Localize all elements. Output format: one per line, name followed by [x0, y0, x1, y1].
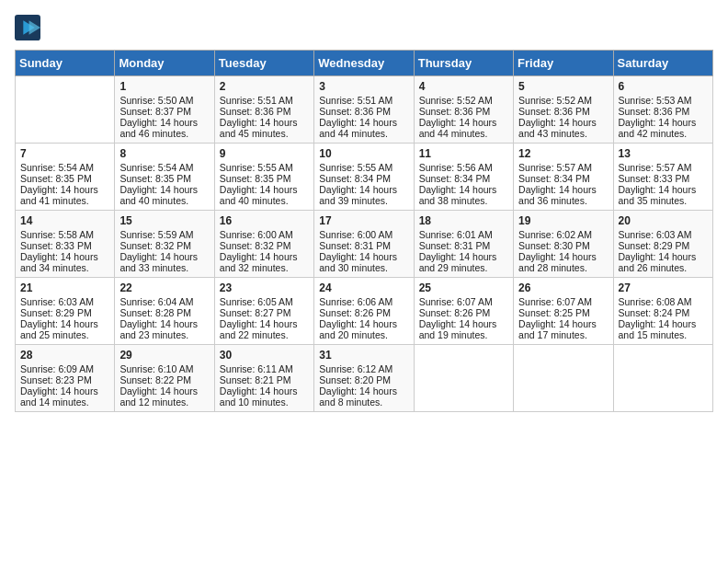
day-info: Daylight: 14 hours — [20, 184, 109, 195]
day-info: Sunset: 8:31 PM — [319, 240, 408, 251]
calendar-body: 1Sunrise: 5:50 AMSunset: 8:37 PMDaylight… — [16, 76, 713, 412]
day-info: Daylight: 14 hours — [419, 184, 508, 195]
calendar-cell — [514, 345, 613, 412]
day-info: Sunrise: 5:54 AM — [20, 162, 109, 173]
day-info: Daylight: 14 hours — [220, 184, 309, 195]
day-info: Sunrise: 5:54 AM — [119, 162, 209, 173]
day-info: and 38 minutes. — [419, 195, 508, 206]
day-number: 28 — [20, 349, 109, 362]
day-info: Sunset: 8:30 PM — [518, 240, 608, 251]
day-info: and 23 minutes. — [119, 329, 209, 340]
day-number: 26 — [518, 282, 608, 294]
day-info: and 12 minutes. — [119, 396, 209, 408]
day-info: Sunset: 8:36 PM — [319, 106, 408, 117]
header-day-sunday: Sunday — [16, 51, 115, 76]
calendar-cell: 26Sunrise: 6:07 AMSunset: 8:25 PMDayligh… — [514, 278, 613, 345]
day-info: and 15 minutes. — [619, 329, 708, 340]
calendar-cell: 18Sunrise: 6:01 AMSunset: 8:31 PMDayligh… — [414, 211, 513, 278]
day-info: Daylight: 14 hours — [319, 385, 408, 396]
day-info: Sunset: 8:35 PM — [119, 173, 209, 184]
day-info: Sunset: 8:36 PM — [220, 106, 309, 117]
day-info: Sunset: 8:27 PM — [220, 307, 309, 318]
day-info: Sunrise: 5:58 AM — [20, 229, 109, 240]
calendar-table: SundayMondayTuesdayWednesdayThursdayFrid… — [15, 50, 713, 412]
calendar-cell — [414, 345, 513, 412]
header-day-monday: Monday — [115, 51, 214, 76]
header-day-wednesday: Wednesday — [314, 51, 414, 76]
day-info: Sunrise: 6:04 AM — [119, 296, 209, 307]
day-number: 11 — [419, 147, 508, 160]
day-info: Sunrise: 6:11 AM — [220, 363, 309, 374]
header-day-thursday: Thursday — [414, 51, 513, 76]
day-info: and 29 minutes. — [419, 262, 508, 273]
day-info: and 28 minutes. — [518, 262, 608, 273]
day-number: 3 — [319, 80, 408, 93]
calendar-week-row: 7Sunrise: 5:54 AMSunset: 8:35 PMDaylight… — [16, 144, 713, 211]
day-info: Sunset: 8:34 PM — [518, 173, 608, 184]
day-info: Daylight: 14 hours — [518, 251, 608, 262]
day-info: Sunrise: 5:51 AM — [220, 95, 309, 106]
day-info: Sunset: 8:23 PM — [20, 374, 109, 385]
day-number: 4 — [419, 80, 508, 93]
day-number: 12 — [518, 147, 608, 160]
day-info: and 35 minutes. — [619, 195, 708, 206]
calendar-cell: 23Sunrise: 6:05 AMSunset: 8:27 PMDayligh… — [214, 278, 313, 345]
calendar-cell: 10Sunrise: 5:55 AMSunset: 8:34 PMDayligh… — [314, 144, 414, 211]
header-day-friday: Friday — [514, 51, 613, 76]
day-info: Sunrise: 5:59 AM — [119, 229, 209, 240]
day-info: Sunrise: 5:50 AM — [119, 95, 209, 106]
day-info: Sunrise: 6:08 AM — [619, 296, 708, 307]
calendar-cell: 11Sunrise: 5:56 AMSunset: 8:34 PMDayligh… — [414, 144, 513, 211]
day-info: Daylight: 14 hours — [319, 117, 408, 128]
day-info: and 40 minutes. — [119, 195, 209, 206]
day-number: 18 — [419, 214, 508, 227]
day-info: Sunrise: 6:03 AM — [20, 296, 109, 307]
day-number: 19 — [518, 214, 608, 227]
day-number: 16 — [220, 214, 309, 227]
day-info: Sunset: 8:34 PM — [319, 173, 408, 184]
day-info: Sunset: 8:29 PM — [20, 307, 109, 318]
calendar-cell: 6Sunrise: 5:53 AMSunset: 8:36 PMDaylight… — [613, 76, 712, 144]
day-info: Sunrise: 5:53 AM — [619, 95, 708, 106]
day-number: 6 — [619, 80, 708, 93]
day-number: 9 — [220, 147, 309, 160]
header-day-saturday: Saturday — [613, 51, 712, 76]
day-info: Daylight: 14 hours — [518, 117, 608, 128]
day-number: 25 — [419, 282, 508, 294]
calendar-cell: 24Sunrise: 6:06 AMSunset: 8:26 PMDayligh… — [314, 278, 414, 345]
day-info: Sunrise: 5:51 AM — [319, 95, 408, 106]
day-info: and 32 minutes. — [220, 262, 309, 273]
calendar-week-row: 1Sunrise: 5:50 AMSunset: 8:37 PMDaylight… — [16, 76, 713, 144]
calendar-cell: 22Sunrise: 6:04 AMSunset: 8:28 PMDayligh… — [115, 278, 214, 345]
day-number: 17 — [319, 214, 408, 227]
day-info: Daylight: 14 hours — [119, 117, 209, 128]
day-info: Daylight: 14 hours — [518, 184, 608, 195]
day-info: Sunset: 8:37 PM — [119, 106, 209, 117]
day-info: Sunset: 8:24 PM — [619, 307, 708, 318]
calendar-cell: 8Sunrise: 5:54 AMSunset: 8:35 PMDaylight… — [115, 144, 214, 211]
calendar-cell: 2Sunrise: 5:51 AMSunset: 8:36 PMDaylight… — [214, 76, 313, 144]
calendar-cell: 7Sunrise: 5:54 AMSunset: 8:35 PMDaylight… — [16, 144, 115, 211]
day-info: Sunrise: 5:52 AM — [518, 95, 608, 106]
calendar-cell: 30Sunrise: 6:11 AMSunset: 8:21 PMDayligh… — [214, 345, 313, 412]
day-info: Daylight: 14 hours — [220, 251, 309, 262]
day-info: Daylight: 14 hours — [20, 318, 109, 329]
day-info: and 34 minutes. — [20, 262, 109, 273]
day-info: and 44 minutes. — [419, 128, 508, 139]
day-info: Daylight: 14 hours — [619, 318, 708, 329]
day-info: Sunset: 8:32 PM — [220, 240, 309, 251]
day-number: 8 — [119, 147, 209, 160]
day-info: Sunset: 8:35 PM — [20, 173, 109, 184]
day-info: and 40 minutes. — [220, 195, 309, 206]
day-info: Sunset: 8:36 PM — [419, 106, 508, 117]
day-info: Sunrise: 6:09 AM — [20, 363, 109, 374]
day-number: 20 — [619, 214, 708, 227]
day-info: Sunset: 8:26 PM — [419, 307, 508, 318]
day-info: Sunset: 8:20 PM — [319, 374, 408, 385]
day-number: 31 — [319, 349, 408, 362]
day-info: Sunset: 8:36 PM — [619, 106, 708, 117]
day-number: 1 — [119, 80, 209, 93]
day-info: Daylight: 14 hours — [419, 117, 508, 128]
calendar-cell: 29Sunrise: 6:10 AMSunset: 8:22 PMDayligh… — [115, 345, 214, 412]
day-number: 7 — [20, 147, 109, 160]
